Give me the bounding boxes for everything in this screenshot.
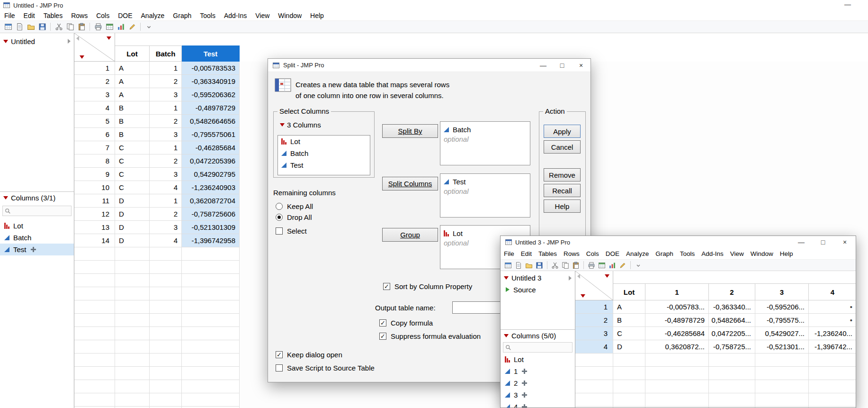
- u3-titlebar[interactable]: Untitled 3 - JMP Pro —□×: [501, 236, 856, 248]
- rows-menu-icon[interactable]: [581, 294, 585, 298]
- split-columns-field[interactable]: Testoptional: [440, 173, 530, 218]
- cell[interactable]: -1,396742958: [182, 234, 240, 247]
- collapse-panels-icon[interactable]: [76, 36, 79, 41]
- column-header-batch[interactable]: Batch: [150, 45, 182, 62]
- copy-icon[interactable]: [561, 261, 570, 270]
- overflow-chevron-icon[interactable]: [143, 22, 154, 32]
- column-header-4[interactable]: 4: [809, 283, 856, 300]
- cell[interactable]: C: [115, 141, 150, 154]
- cell[interactable]: -0,758725...: [709, 340, 755, 354]
- cell[interactable]: •: [809, 300, 856, 314]
- cell[interactable]: D: [115, 221, 150, 234]
- drop-all-radio[interactable]: Drop All: [276, 213, 312, 221]
- cell[interactable]: 3: [150, 128, 182, 141]
- cell[interactable]: A: [115, 62, 150, 75]
- recall-button[interactable]: Recall: [544, 184, 581, 197]
- row-number[interactable]: 9: [74, 168, 115, 181]
- red-triangle-menu-icon[interactable]: [280, 123, 285, 127]
- cell[interactable]: C: [115, 181, 150, 194]
- row-number[interactable]: 1: [575, 300, 613, 314]
- checkbox-icon[interactable]: [276, 364, 283, 372]
- cell[interactable]: -0,795575...: [755, 314, 809, 327]
- red-triangle-menu-icon[interactable]: [3, 196, 8, 199]
- cell[interactable]: -0,758725606: [182, 208, 240, 221]
- cell[interactable]: 1: [150, 194, 182, 208]
- help-button[interactable]: Help: [544, 199, 581, 213]
- minimize-button[interactable]: —: [790, 236, 812, 248]
- cell[interactable]: •: [809, 314, 856, 327]
- menu-tools[interactable]: Tools: [196, 10, 220, 20]
- menu-analyze[interactable]: Analyze: [623, 248, 652, 259]
- cell[interactable]: 2: [150, 154, 182, 168]
- checkbox-icon[interactable]: ✓: [379, 333, 386, 340]
- menu-help[interactable]: Help: [306, 10, 328, 20]
- collapse-panel-icon[interactable]: [569, 276, 572, 281]
- group-button[interactable]: Group: [382, 228, 438, 242]
- row-number[interactable]: 2: [575, 314, 613, 327]
- cell[interactable]: 0,5482664...: [709, 314, 755, 327]
- close-button[interactable]: ×: [834, 236, 856, 248]
- table-panel-header[interactable]: Untitled: [0, 35, 74, 47]
- suppress-formula-evaluation-checkbox[interactable]: ✓Suppress formula evaluation: [379, 332, 481, 340]
- cell[interactable]: A: [115, 88, 150, 101]
- assigned-column[interactable]: Test: [444, 176, 527, 187]
- grid-corner-selector[interactable]: [575, 271, 613, 300]
- split-by-field[interactable]: Batchoptional: [440, 121, 530, 165]
- menu-add-ins[interactable]: Add-Ins: [220, 10, 251, 20]
- cell[interactable]: -0,795575061: [182, 128, 240, 141]
- save-icon[interactable]: [535, 261, 544, 270]
- menu-rows[interactable]: Rows: [67, 10, 92, 20]
- cell[interactable]: C: [115, 154, 150, 168]
- cell[interactable]: -0,595206362: [182, 88, 240, 101]
- menu-file[interactable]: File: [501, 248, 518, 259]
- cell[interactable]: -1,236240903: [182, 181, 240, 194]
- menu-window[interactable]: Window: [274, 10, 306, 20]
- cell[interactable]: -0,595206...: [755, 300, 809, 314]
- column-header-1[interactable]: 1: [645, 283, 709, 300]
- save-script-to-source-table-checkbox[interactable]: Save Script to Source Table: [276, 364, 375, 372]
- cell[interactable]: 2: [150, 208, 182, 221]
- cell[interactable]: -0,005783533: [182, 62, 240, 75]
- menu-edit[interactable]: Edit: [518, 248, 535, 259]
- row-number[interactable]: 12: [74, 208, 115, 221]
- menu-doe[interactable]: DOE: [114, 10, 136, 20]
- cell[interactable]: 3: [150, 88, 182, 101]
- chart-icon[interactable]: [608, 261, 617, 270]
- row-number[interactable]: 6: [74, 128, 115, 141]
- maximize-button[interactable]: □: [812, 236, 834, 248]
- data-table-icon[interactable]: [597, 261, 607, 270]
- row-number[interactable]: 3: [575, 327, 613, 340]
- columns-panel-header[interactable]: Columns (3/1): [0, 191, 74, 204]
- row-number[interactable]: 14: [74, 234, 115, 247]
- script-pencil-icon[interactable]: [618, 261, 627, 270]
- menu-rows[interactable]: Rows: [560, 248, 583, 259]
- collapse-panels-icon[interactable]: [577, 274, 580, 279]
- row-number[interactable]: 1: [74, 62, 115, 75]
- cell[interactable]: 0,3620872704: [182, 194, 240, 208]
- cell[interactable]: D: [115, 194, 150, 208]
- main-column-item-test[interactable]: Test: [0, 244, 74, 255]
- menu-view[interactable]: View: [727, 248, 747, 259]
- source-script-item[interactable]: Source: [501, 284, 575, 295]
- cell[interactable]: 0,542902795: [182, 168, 240, 181]
- main-column-item-batch[interactable]: Batch: [0, 232, 74, 244]
- u3-column-item-4[interactable]: 4: [501, 401, 575, 408]
- cell[interactable]: -0,521301309: [182, 221, 240, 234]
- menu-cols[interactable]: Cols: [583, 248, 602, 259]
- collapse-panel-icon[interactable]: [68, 39, 71, 44]
- u3-columns-panel-header[interactable]: Columns (5/0): [501, 329, 575, 341]
- radio-icon[interactable]: [276, 203, 283, 210]
- menu-analyze[interactable]: Analyze: [137, 10, 169, 20]
- cell[interactable]: 0,3620872...: [645, 340, 709, 354]
- keep-all-radio[interactable]: Keep All: [276, 202, 313, 210]
- row-number[interactable]: 8: [74, 154, 115, 168]
- data-table-icon[interactable]: [104, 22, 115, 32]
- checkbox-icon[interactable]: ✓: [276, 351, 283, 358]
- copy-icon[interactable]: [65, 22, 75, 32]
- rows-menu-icon[interactable]: [80, 55, 84, 59]
- cut-icon[interactable]: [54, 22, 64, 32]
- open-icon[interactable]: [524, 261, 534, 270]
- cell[interactable]: -0,48978729: [182, 101, 240, 115]
- overflow-chevron-icon[interactable]: [634, 261, 643, 270]
- cell[interactable]: A: [115, 75, 150, 88]
